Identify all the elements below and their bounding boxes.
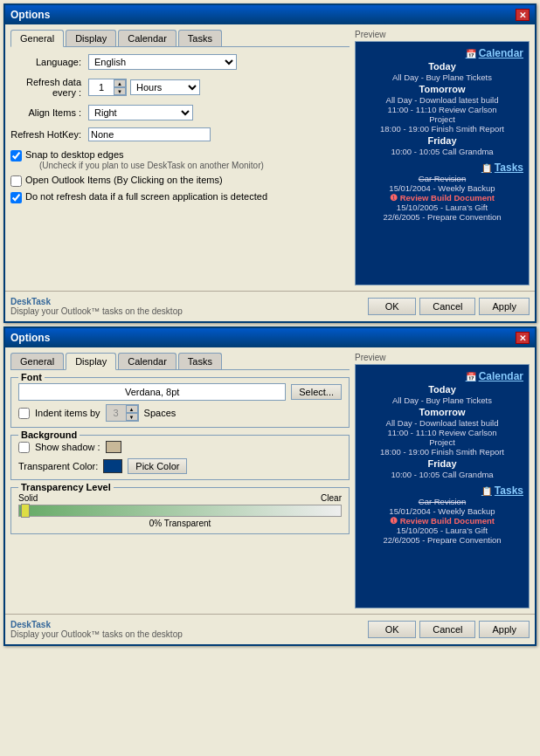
preview-day2-item2-2: 11:00 - 11:10 Review Carlson	[361, 428, 523, 437]
language-select[interactable]: English	[88, 54, 237, 70]
tab-general-2[interactable]: General	[10, 353, 64, 369]
align-row: Align Items : Right Left Center	[10, 105, 350, 120]
preview-task3-1: ❶ Review Build Document	[361, 193, 523, 203]
font-display: Verdana, 8pt	[18, 383, 286, 401]
tab-calendar-1[interactable]: Calendar	[118, 30, 177, 46]
indent-checkbox[interactable]	[18, 408, 30, 419]
refresh-unit-select[interactable]: Hours Minutes	[130, 79, 200, 95]
preview-day1-item1-2: All Day - Buy Plane Tickets	[361, 395, 523, 405]
refresh-spinner-buttons: ▲ ▼	[114, 79, 126, 95]
checkbox1-row: Snap to desktop edges (Uncheck if you pl…	[10, 148, 350, 170]
transparency-group-title: Transparency Level	[18, 482, 114, 492]
footer-2: DeskTask Display your Outlook™ tasks on …	[5, 614, 535, 644]
window-body-2: General Display Calendar Tasks Font Verd…	[5, 347, 535, 614]
transparent-color-swatch	[103, 459, 122, 473]
checkbox3[interactable]	[10, 192, 22, 203]
close-button-1[interactable]: ✕	[516, 9, 530, 21]
indent-row: Indent items by ▲ ▼ Spaces	[18, 404, 342, 422]
shadow-label: Show shadow :	[35, 442, 100, 452]
footer-info-2: DeskTask Display your Outlook™ tasks on …	[10, 620, 183, 639]
preview-task3-2: ❶ Review Build Document	[361, 516, 523, 526]
preview-day3-item1-1: 10:00 - 10:05 Call Grandma	[361, 147, 523, 156]
preview-task1-2: Car Revision	[361, 497, 523, 506]
preview-day2-item2-1: 11:00 - 11:10 Review Carlson	[361, 105, 523, 114]
refresh-value-input[interactable]	[89, 81, 114, 93]
apply-button-1[interactable]: Apply	[479, 298, 530, 315]
title-bar-text-1: Options	[10, 9, 50, 21]
refresh-label: Refresh data every :	[10, 77, 85, 98]
transparency-group: Transparency Level Solid Clear 0% Transp…	[10, 487, 350, 534]
slider-percent: 0% Transparent	[18, 519, 342, 528]
tab-tasks-1[interactable]: Tasks	[178, 30, 222, 46]
refresh-spinner[interactable]: ▲ ▼	[88, 79, 127, 96]
apply-button-2[interactable]: Apply	[479, 621, 530, 638]
footer-buttons-1: OK Cancel Apply	[368, 298, 530, 315]
close-button-2[interactable]: ✕	[516, 332, 530, 344]
app-desc-1: Display your Outlook™ tasks on the deskt…	[10, 306, 183, 316]
preview-day2-2: Tomorrow	[361, 407, 523, 417]
preview-day1-2: Today	[361, 384, 523, 395]
left-panel-1: General Display Calendar Tasks Language:…	[10, 30, 350, 285]
left-panel-2: General Display Calendar Tasks Font Verd…	[10, 353, 350, 608]
indent-up-button: ▲	[126, 405, 138, 413]
preview-task5-1: 22/6/2005 - Prepare Convention	[361, 212, 523, 222]
slider-left-label: Solid	[18, 493, 38, 503]
window-body-1: General Display Calendar Tasks Language:…	[5, 24, 535, 291]
preview-task2-1: 15/01/2004 - Weekly Backup	[361, 183, 523, 193]
indent-spinner-buttons: ▲ ▼	[126, 405, 138, 421]
transparent-color-row: Transparent Color: Pick Color	[18, 458, 342, 474]
font-group: Font Verdana, 8pt Select... Indent items…	[10, 377, 350, 428]
background-group-title: Background	[18, 430, 80, 440]
pick-color-button[interactable]: Pick Color	[128, 458, 187, 474]
app-name-1: DeskTask	[10, 297, 183, 306]
checkbox1[interactable]	[10, 150, 22, 162]
hotkey-row: Refresh HotKey:	[10, 127, 350, 141]
shadow-swatch	[106, 441, 121, 453]
preview-day2-1: Tomorrow	[361, 84, 523, 94]
preview-day3-2: Friday	[361, 458, 523, 469]
tab-display-1[interactable]: Display	[66, 30, 116, 46]
tab-display-2[interactable]: Display	[66, 353, 116, 370]
align-select[interactable]: Right Left Center	[88, 105, 193, 120]
hotkey-input[interactable]	[88, 127, 211, 141]
preview-tasks-heading-1: 📋 Tasks	[361, 162, 523, 174]
tab-tasks-2[interactable]: Tasks	[178, 353, 222, 369]
preview-day2-item4-2: 18:00 - 19:00 Finish Smith Report	[361, 447, 523, 457]
ok-button-2[interactable]: OK	[368, 621, 416, 638]
ok-button-1[interactable]: OK	[368, 298, 416, 315]
preview-day2-item4-1: 18:00 - 19:00 Finish Smith Report	[361, 124, 523, 134]
checkbox2[interactable]	[10, 175, 22, 187]
checkbox1-sub: (Uncheck if you plan to use DeskTask on …	[39, 161, 264, 170]
slider-thumb	[21, 504, 30, 518]
tabs-2: General Display Calendar Tasks	[10, 353, 350, 370]
indent-spinner: ▲ ▼	[106, 404, 139, 422]
preview-task4-1: 15/10/2005 - Laura's Gift	[361, 203, 523, 212]
preview-panel-2: Preview 📅 Calendar Today All Day - Buy P…	[355, 353, 530, 608]
preview-task4-2: 15/10/2005 - Laura's Gift	[361, 526, 523, 535]
background-group: Background Show shadow : Transparent Col…	[10, 435, 350, 480]
refresh-up-button[interactable]: ▲	[114, 79, 126, 87]
preview-label-1: Preview	[355, 30, 530, 39]
preview-content-1: 📅 Calendar Today All Day - Buy Plane Tic…	[355, 41, 530, 285]
indent-down-button: ▼	[126, 413, 138, 421]
options-window-2: Options ✕ General Display Calendar Tasks…	[3, 326, 537, 646]
tab-calendar-2[interactable]: Calendar	[118, 353, 177, 369]
checkbox3-row: Do not refresh data if a full screen app…	[10, 190, 350, 203]
font-select-button[interactable]: Select...	[291, 384, 342, 400]
preview-calendar-heading-1: 📅 Calendar	[361, 47, 523, 59]
shadow-checkbox[interactable]	[18, 442, 30, 453]
tabs-1: General Display Calendar Tasks	[10, 30, 350, 47]
slider-right-label: Clear	[321, 493, 342, 503]
preview-day1-1: Today	[361, 61, 523, 72]
align-label: Align Items :	[10, 107, 85, 118]
refresh-down-button[interactable]: ▼	[114, 87, 126, 95]
footer-info-1: DeskTask Display your Outlook™ tasks on …	[10, 297, 183, 316]
cancel-button-2[interactable]: Cancel	[419, 621, 475, 638]
preview-label-2: Preview	[355, 353, 530, 362]
preview-day3-item1-2: 10:00 - 10:05 Call Grandma	[361, 470, 523, 479]
language-label: Language:	[10, 57, 85, 67]
preview-tasks-heading-2: 📋 Tasks	[361, 485, 523, 497]
cancel-button-1[interactable]: Cancel	[419, 298, 475, 315]
tab-general-1[interactable]: General	[10, 30, 64, 47]
language-row: Language: English	[10, 54, 350, 70]
